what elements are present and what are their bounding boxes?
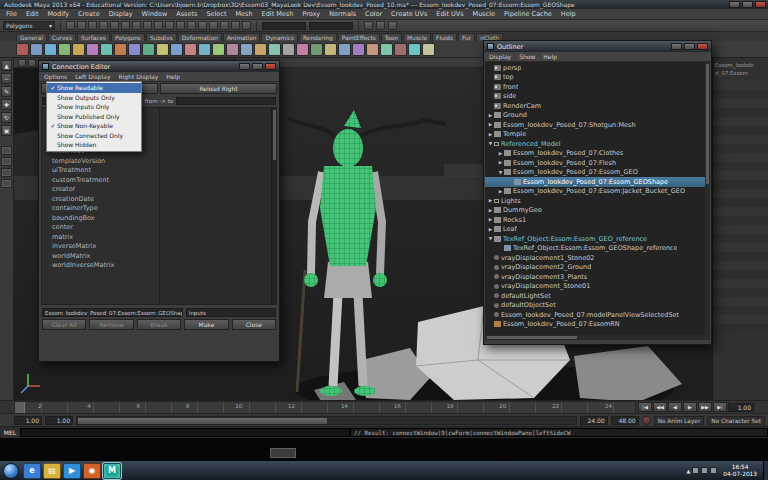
outliner-item[interactable]: Essom_lookdev_Posed_07:EssomRN xyxy=(485,320,710,330)
play-forward-button[interactable]: ▶ xyxy=(683,402,697,412)
shelf-tool-icon[interactable] xyxy=(156,43,169,56)
shelf-tool-icon[interactable] xyxy=(296,43,309,56)
layout-button[interactable] xyxy=(1,146,12,155)
paint-select-tool[interactable]: ✎ xyxy=(1,86,12,97)
shelf-tab[interactable]: Fluids xyxy=(432,33,457,41)
quick-select-field[interactable] xyxy=(262,22,306,30)
expand-arrow-icon[interactable] xyxy=(487,122,494,127)
attribute-row[interactable]: customTreatment xyxy=(42,176,159,186)
menu-option[interactable]: Show Readable xyxy=(47,83,141,93)
select-tool[interactable]: ▲ xyxy=(1,60,12,71)
maximize-button[interactable] xyxy=(252,63,263,70)
expand-arrow-icon[interactable] xyxy=(487,198,494,203)
shelf-tab[interactable]: Surfaces xyxy=(77,33,110,41)
horizontal-scrollbar[interactable] xyxy=(485,335,710,340)
attribute-row[interactable]: matrix xyxy=(42,233,159,243)
current-time-field[interactable]: 1.00 xyxy=(728,403,754,412)
maximize-button[interactable] xyxy=(684,43,695,50)
attribute-row[interactable]: creationDate xyxy=(42,195,159,205)
windows-explorer-icon[interactable]: ▤ xyxy=(43,463,61,479)
panel-toolbar-icon[interactable] xyxy=(18,59,26,67)
menu-item[interactable]: Pipeline Cache xyxy=(504,10,552,18)
shelf-tab[interactable]: Toon xyxy=(381,33,402,41)
expand-arrow-icon[interactable] xyxy=(487,141,494,146)
menu-item[interactable]: Help xyxy=(561,10,576,18)
status-icon[interactable] xyxy=(143,21,152,30)
shelf-tool-icon[interactable] xyxy=(394,43,407,56)
menu-item[interactable]: Color xyxy=(365,10,382,18)
internet-explorer-icon[interactable]: e xyxy=(23,463,41,479)
menu-option[interactable]: Show Hidden xyxy=(47,140,141,150)
menu-item[interactable]: Right Display xyxy=(118,73,158,80)
shelf-tab[interactable]: Deformation xyxy=(178,33,222,41)
shelf-tab[interactable]: Animation xyxy=(223,33,261,41)
menu-item[interactable]: Display xyxy=(489,53,511,60)
shelf-tool-icon[interactable] xyxy=(268,43,281,56)
status-icon[interactable] xyxy=(176,21,185,30)
rotate-tool[interactable]: ↻ xyxy=(1,112,12,123)
menu-item[interactable]: Edit Mesh xyxy=(262,10,294,18)
reload-right-button[interactable]: Reload Right xyxy=(160,83,277,94)
menu-set-selector[interactable]: Polygons ▾ xyxy=(3,21,55,30)
outliner-titlebar[interactable]: Outliner xyxy=(484,41,711,52)
shelf-tab[interactable]: General xyxy=(16,33,47,41)
menu-item[interactable]: Modify xyxy=(47,10,69,18)
shelf-tab[interactable]: PaintEffects xyxy=(338,33,380,41)
shelf-tool-icon[interactable] xyxy=(254,43,267,56)
media-player-icon[interactable]: ▶ xyxy=(63,463,81,479)
dialog-button[interactable]: Remove xyxy=(89,319,133,330)
shelf-tool-icon[interactable] xyxy=(324,43,337,56)
shelf-tool-icon[interactable] xyxy=(226,43,239,56)
shelf-tool-icon[interactable] xyxy=(422,43,435,56)
menu-item[interactable]: Display xyxy=(109,10,133,18)
outliner-item[interactable]: Essom_lookdev_Posed_07:Shotgun:Mesh xyxy=(485,120,710,130)
auto-keyframe-icon[interactable] xyxy=(642,416,651,425)
menu-option[interactable]: Show Published Only xyxy=(47,112,141,122)
outliner-item[interactable]: Essom_lookdev_Posed_07:Clothes xyxy=(485,149,710,159)
menu-item[interactable]: Create UVs xyxy=(391,10,427,18)
shelf-tool-icon[interactable] xyxy=(310,43,323,56)
shelf-tool-icon[interactable] xyxy=(380,43,393,56)
attribute-row[interactable]: containerType xyxy=(42,204,159,214)
status-icon[interactable] xyxy=(198,21,207,30)
menu-item[interactable]: Show xyxy=(519,53,535,60)
expand-arrow-icon[interactable] xyxy=(497,189,504,194)
language-icon[interactable] xyxy=(710,467,717,474)
attribute-row[interactable]: templateVersion xyxy=(42,157,159,167)
command-input[interactable] xyxy=(20,428,350,437)
shelf-tab[interactable]: Dynamics xyxy=(261,33,298,41)
status-icon[interactable] xyxy=(110,21,119,30)
lasso-tool[interactable]: ∽ xyxy=(1,73,12,84)
outliner-item[interactable]: Referenced_Model xyxy=(485,139,710,149)
maya-icon[interactable]: M xyxy=(103,463,121,479)
shelf-tab[interactable]: Fur xyxy=(458,33,475,41)
command-language-toggle[interactable]: MEL xyxy=(0,429,20,436)
outliner-item[interactable]: top xyxy=(485,73,710,83)
status-icon[interactable] xyxy=(242,21,251,30)
shelf-tool-icon[interactable] xyxy=(100,43,113,56)
status-icon[interactable] xyxy=(154,21,163,30)
right-node-field[interactable]: Inputs xyxy=(186,308,276,317)
layout-button[interactable] xyxy=(1,168,12,177)
shelf-tool-icon[interactable] xyxy=(212,43,225,56)
range-slider-bar[interactable] xyxy=(78,418,327,424)
outliner-item[interactable]: Essom_lookdev_Posed_07:Essom_GEOShape xyxy=(485,177,710,187)
outliner-item[interactable]: defaultObjectSet xyxy=(485,301,710,311)
status-icon[interactable] xyxy=(187,21,196,30)
layout-button[interactable] xyxy=(1,157,12,166)
close-button[interactable] xyxy=(755,1,766,8)
shelf-tool-icon[interactable] xyxy=(72,43,85,56)
scrollbar[interactable] xyxy=(271,108,276,304)
maximize-button[interactable] xyxy=(742,1,753,8)
expand-arrow-icon[interactable] xyxy=(497,160,504,165)
shelf-tool-icon[interactable] xyxy=(198,43,211,56)
shelf-tab[interactable]: Rendering xyxy=(299,33,337,41)
expand-arrow-icon[interactable] xyxy=(487,227,494,232)
connection-editor-titlebar[interactable]: Connection Editor xyxy=(39,61,279,72)
menu-option[interactable]: Show Inputs Only xyxy=(47,102,141,112)
shelf-tool-icon[interactable] xyxy=(282,43,295,56)
outliner-item[interactable]: TexRef_Object:Essom:Essom_GEO_reference xyxy=(485,234,710,244)
expand-arrow-icon[interactable] xyxy=(487,132,494,137)
status-icon[interactable] xyxy=(220,21,229,30)
attribute-row[interactable]: center xyxy=(42,223,159,233)
